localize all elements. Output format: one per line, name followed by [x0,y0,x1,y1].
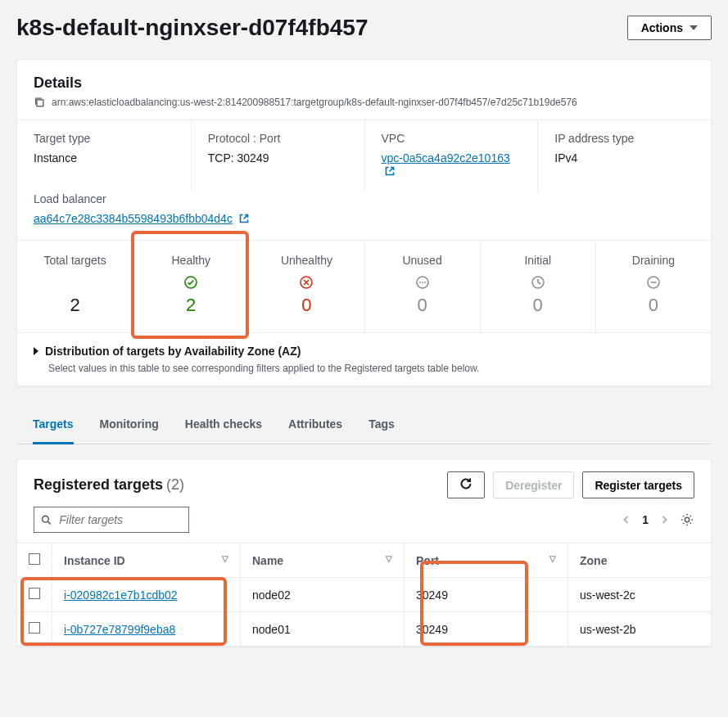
gear-icon[interactable] [680,512,694,527]
svg-rect-0 [37,100,43,106]
healthy-value: 2 [140,295,242,316]
row-checkbox[interactable] [29,588,40,599]
prev-page-icon[interactable] [622,516,631,524]
registered-targets-title: Registered targets [34,476,163,493]
table-row: i-020982c1e7b1cdb02 node02 30249 us-west… [17,578,711,612]
ip-type-value: IPv4 [554,151,694,165]
actions-button[interactable]: Actions [627,16,712,40]
svg-point-5 [422,282,423,283]
initial-value: 0 [487,295,589,316]
tab-health-checks[interactable]: Health checks [185,406,262,444]
tab-monitoring[interactable]: Monitoring [100,406,159,444]
load-balancer-link[interactable]: aa64c7e28c3384b5598493b6fbb04d4c [34,212,233,225]
sort-icon[interactable]: ▽ [549,554,556,563]
tab-targets[interactable]: Targets [33,406,74,444]
sort-icon[interactable]: ▽ [386,554,392,563]
unused-icon [415,275,430,290]
col-port[interactable]: Port [416,554,439,567]
distribution-toggle[interactable]: Distribution of targets by Availability … [34,345,694,358]
refresh-icon [459,477,473,490]
col-instance-id[interactable]: Instance ID [64,554,125,567]
initial-label: Initial [487,254,589,267]
svg-point-6 [424,282,426,283]
instance-link[interactable]: i-020982c1e7b1cdb02 [64,588,178,602]
unhealthy-value: 0 [255,295,357,316]
registered-targets-count: (2) [166,476,184,493]
total-targets-label: Total targets [24,254,126,267]
instance-link[interactable]: i-0b727e78799f9eba8 [64,623,175,636]
tab-attributes[interactable]: Attributes [288,406,342,444]
unused-label: Unused [372,254,473,267]
col-name[interactable]: Name [252,554,283,567]
details-section-title: Details [34,74,694,92]
svg-point-10 [685,517,689,521]
copy-icon[interactable] [34,97,45,108]
external-link-icon [385,166,395,176]
row-zone: us-west-2c [568,578,712,612]
actions-label: Actions [641,21,683,34]
refresh-button[interactable] [447,471,485,498]
caret-down-icon [690,25,698,30]
tab-tags[interactable]: Tags [369,406,395,444]
healthy-icon [183,275,198,290]
row-name: node01 [241,612,405,647]
svg-point-4 [419,282,421,283]
page-number: 1 [642,513,649,526]
row-checkbox[interactable] [29,622,40,634]
deregister-button[interactable]: Deregister [493,471,574,498]
col-zone[interactable]: Zone [580,554,607,567]
register-targets-button[interactable]: Register targets [582,471,694,498]
svg-point-9 [43,516,49,522]
total-targets-value: 2 [24,295,126,316]
distribution-title: Distribution of targets by Availability … [45,345,301,358]
sort-icon[interactable]: ▽ [222,554,228,563]
row-port: 30249 [405,578,568,612]
stats-row: Total targets 2 Healthy 2 Unhealthy 0 Un… [17,240,711,332]
protocol-port-value: TCP: 30249 [208,151,348,165]
external-link-icon [239,214,249,223]
triangle-right-icon [34,347,38,355]
healthy-label: Healthy [140,254,242,267]
search-icon [41,514,51,525]
row-zone: us-west-2b [568,612,712,647]
target-type-label: Target type [34,132,174,145]
row-port: 30249 [405,612,568,647]
next-page-icon[interactable] [660,516,668,524]
ip-type-label: IP address type [554,132,694,145]
filter-box[interactable] [34,507,189,533]
arn-text: arn:aws:elasticloadbalancing:us-west-2:8… [52,97,577,108]
load-balancer-label: Load balancer [34,192,694,205]
draining-label: Draining [603,254,704,267]
unhealthy-label: Unhealthy [255,254,357,267]
unhealthy-icon [299,275,314,290]
distribution-subtitle: Select values in this table to see corre… [48,363,694,374]
row-name: node02 [241,578,405,612]
draining-value: 0 [603,295,704,316]
target-type-value: Instance [34,151,174,165]
initial-icon [531,275,545,290]
vpc-link[interactable]: vpc-0a5ca4a92c2e10163 [382,151,510,165]
unused-value: 0 [372,295,473,316]
page-title: k8s-default-nginxser-d07f4fb457 [16,15,368,41]
filter-input[interactable] [57,512,182,527]
protocol-port-label: Protocol : Port [208,132,348,145]
draining-icon [646,275,661,290]
select-all-checkbox[interactable] [29,553,40,565]
table-row: i-0b727e78799f9eba8 node01 30249 us-west… [17,612,711,647]
vpc-label: VPC [382,132,522,145]
